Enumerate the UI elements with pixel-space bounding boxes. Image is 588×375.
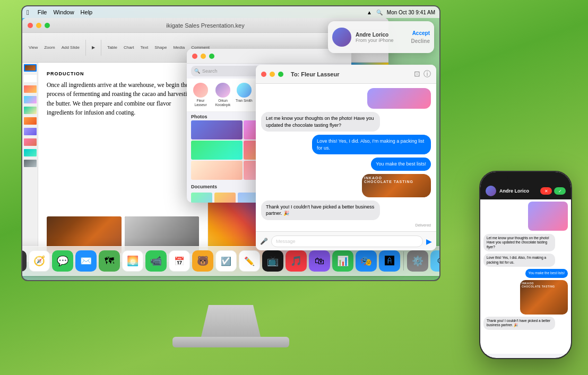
info-icon[interactable]: ⓘ	[423, 69, 431, 79]
dock-icon-freeform[interactable]: ✏️	[239, 250, 260, 272]
iphone-caller-name: Andre Lorico	[499, 188, 529, 194]
keynote-slide-sidebar	[22, 63, 38, 262]
iphone-received-image	[528, 202, 568, 231]
toolbar-text[interactable]: Text	[139, 44, 151, 51]
close-button[interactable]	[28, 23, 33, 28]
slide-thumb-3[interactable]	[22, 84, 38, 94]
photo-thumb-4	[191, 141, 243, 160]
maximize-button[interactable]	[45, 23, 50, 28]
dock-icon-calendar[interactable]: 📅	[169, 250, 190, 272]
chat-max-btn[interactable]	[278, 72, 283, 77]
slide-thumb-10[interactable]	[22, 158, 38, 169]
dock-icon-podcasts[interactable]: 🛍	[309, 250, 330, 272]
doc-thumb-2[interactable]	[214, 193, 236, 203]
slide-thumb-1[interactable]	[22, 63, 38, 73]
slide-thumb-4[interactable]	[22, 94, 38, 105]
toolbar-table[interactable]: Table	[105, 44, 119, 51]
slide-body-text: Once all ingredients arrive at the wareh…	[47, 81, 199, 117]
messages-close-btn[interactable]	[192, 54, 197, 59]
iphone-img-text: INKAOOCHOCOLATE TASTING	[522, 282, 555, 288]
chat-window: To: Fleur Lasseur ⊡ ⓘ Let me know your t…	[256, 65, 436, 250]
contact-fleur[interactable]: Fleur Lasseur	[191, 83, 210, 107]
slide-thumb-5[interactable]	[22, 105, 38, 116]
dock-icon-settings[interactable]: ⚙️	[407, 250, 428, 272]
section-label: PRODUCTION	[47, 71, 199, 76]
chat-close-btn[interactable]	[261, 72, 266, 77]
video-icon[interactable]: ⊡	[414, 69, 420, 79]
iphone-end-call-btn[interactable]: ✕	[540, 187, 552, 195]
dock-icon-tv[interactable]: 📺	[262, 250, 283, 272]
toolbar-zoom[interactable]: Zoom	[42, 44, 57, 51]
dock-icon-keynote[interactable]: 🎭	[356, 250, 377, 272]
apple-logo-icon[interactable]: 	[27, 8, 29, 16]
menubar-window[interactable]: Window	[53, 9, 74, 15]
dock-icon-music[interactable]: 🎵	[286, 250, 307, 272]
slide-thumb-8[interactable]	[22, 137, 38, 147]
photos-label: Photos	[191, 114, 207, 119]
dock: 🗂 ⊞ 🧭 💬 ✉️ 🗺 🌅 📹 📅 🐻 ☑️ ✏️ 📺 🎵 🛍 📊 🎭 🅰	[22, 246, 439, 276]
dock-icon-screentime[interactable]: ⏱	[430, 250, 439, 272]
dock-icon-facetime[interactable]: 📹	[145, 250, 167, 272]
monitor-base	[172, 337, 289, 347]
doc-thumb-1[interactable]	[191, 193, 212, 203]
toolbar-separator-1	[85, 40, 86, 56]
chat-header: To: Fleur Lasseur ⊡ ⓘ	[256, 65, 436, 84]
dock-icon-bear[interactable]: 🐻	[192, 250, 213, 272]
toolbar-shape[interactable]: Shape	[152, 44, 169, 51]
keynote-title: ikigate Sales Presentation.key	[166, 22, 244, 29]
iphone-answer-btn[interactable]: ✓	[554, 187, 566, 195]
chat-input-field[interactable]: Message	[271, 236, 423, 247]
dock-icon-numbers[interactable]: 📊	[332, 250, 353, 272]
contact-tran[interactable]: Tran Smith	[236, 83, 253, 107]
toolbar-addslide[interactable]: Add Slide	[59, 44, 82, 51]
minimize-button[interactable]	[36, 23, 41, 28]
iphone-screen: Andre Lorico ✕ ✓ Let me know your though…	[480, 172, 571, 358]
notification-avatar	[332, 28, 351, 47]
iphone-call-buttons: ✕ ✓	[540, 187, 566, 195]
search-icon: 🔍	[194, 68, 200, 74]
dock-icon-launchpad[interactable]: ⊞	[22, 250, 27, 272]
slide-thumb-6[interactable]	[22, 116, 38, 126]
send-icon[interactable]: ▶	[426, 237, 432, 246]
menubar-help[interactable]: Help	[81, 9, 93, 15]
slide-thumb-7[interactable]	[22, 126, 38, 137]
avatar-orkun	[215, 83, 230, 98]
search-icon[interactable]: 🔍	[376, 10, 383, 15]
audio-icon[interactable]: 🎤	[260, 238, 268, 245]
chat-image-bubble: INKAOOCHOCOLATE TASTING	[362, 174, 431, 197]
dock-separator	[403, 251, 404, 271]
dock-icon-mail[interactable]: ✉️	[75, 250, 97, 272]
chat-image-overlay-text: INKAOOCHOCOLATE TASTING	[364, 176, 413, 184]
iphone-notch	[507, 172, 544, 182]
dock-icon-appstore[interactable]: 🅰	[379, 250, 400, 272]
contact-orkun[interactable]: Orkun Kocabıyık	[213, 83, 232, 107]
toolbar-play[interactable]: ▶	[90, 44, 97, 51]
chat-input-bar: 🎤 Message ▶	[256, 231, 436, 250]
dock-icon-messages[interactable]: 💬	[52, 250, 73, 272]
menubar-file[interactable]: File	[38, 9, 47, 15]
iphone-caller-avatar	[486, 186, 496, 196]
dock-icon-photos[interactable]: 🌅	[122, 250, 143, 272]
dock-icon-reminders[interactable]: ☑️	[215, 250, 237, 272]
photo-thumb-7	[191, 161, 243, 180]
iphone-bubble-received-2: Thank you! I couldn't have picked a bett…	[483, 317, 555, 330]
iphone-call-bar: Andre Lorico ✕ ✓	[480, 184, 571, 199]
slide-thumb-9[interactable]	[22, 147, 38, 158]
slide-thumb-2[interactable]	[22, 73, 38, 84]
contact-name-tran: Tran Smith	[236, 99, 253, 103]
messages-min-btn[interactable]	[201, 54, 206, 59]
toolbar-media[interactable]: Media	[171, 44, 187, 51]
chat-received-image	[367, 88, 431, 109]
chat-min-btn[interactable]	[270, 72, 275, 77]
photo-thumb-1	[191, 120, 243, 139]
notification-accept-btn[interactable]: Accept	[411, 30, 430, 36]
dock-icon-maps[interactable]: 🗺	[99, 250, 120, 272]
chat-bubble-sent-2: You make the best lists!	[371, 158, 431, 171]
notification-decline-btn[interactable]: Decline	[411, 38, 430, 44]
toolbar-view[interactable]: View	[27, 44, 40, 51]
toolbar-chart[interactable]: Chart	[122, 44, 136, 51]
monitor-stand	[194, 305, 268, 337]
messages-max-btn[interactable]	[209, 54, 214, 59]
dock-icon-safari[interactable]: 🧭	[29, 250, 50, 272]
menubar:  File Window Help ▲ 🔍 Mon Oct 30 9:41 A…	[22, 6, 439, 18]
